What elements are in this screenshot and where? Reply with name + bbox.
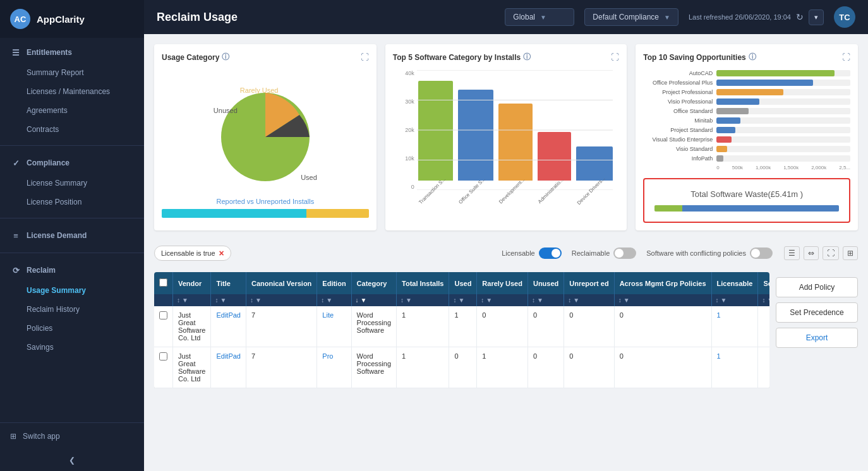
filter-category[interactable]: ↓▼ (356, 297, 392, 304)
pie-label-rarely-used: Rarely Used (240, 86, 279, 94)
sidebar-item-savings[interactable]: Savings (0, 338, 144, 357)
sidebar-category-reclaim[interactable]: ⟳ Reclaim (0, 259, 144, 281)
top5-info-icon[interactable]: ⓘ (523, 52, 531, 63)
sidebar-item-licenses[interactable]: Licenses / Maintenances (0, 82, 144, 101)
waste-bar (654, 205, 839, 212)
add-policy-button[interactable]: Add Policy (776, 277, 858, 297)
bar-chart-container: 40k 30k 20k 10k 0 (393, 68, 620, 212)
app-logo: AC (10, 9, 30, 29)
row-checkbox-cell (154, 347, 173, 388)
global-label: Global (513, 13, 535, 21)
filter-total-installs[interactable]: ↕▼ (401, 297, 445, 304)
set-precedence-button[interactable]: Set Precedence (776, 302, 858, 323)
cell-category: Word Processing Software (351, 347, 396, 388)
table-grid-button[interactable]: ⊞ (843, 246, 858, 260)
usage-category-title: Usage Category ⓘ (162, 52, 229, 63)
top10-expand-icon[interactable]: ⛶ (842, 52, 850, 62)
cell-used: 1 (449, 306, 477, 347)
sidebar-category-license-demand[interactable]: ≡ License Demand (0, 225, 144, 246)
filter-licensable[interactable]: ↕▼ (716, 297, 754, 304)
usage-category-expand-icon[interactable]: ⛶ (361, 52, 369, 62)
more-options-button[interactable]: ▾ (809, 9, 824, 25)
chip-label: Licensable is true (161, 249, 215, 257)
filter-unreported[interactable]: ↕▼ (568, 297, 610, 304)
usage-category-info-icon[interactable]: ⓘ (222, 52, 229, 63)
sidebar-item-license-position[interactable]: License Position (0, 193, 144, 212)
filter-title[interactable]: ↕▼ (215, 297, 242, 304)
user-avatar[interactable]: TC (834, 6, 855, 28)
usage-category-header: Usage Category ⓘ ⛶ (162, 52, 369, 63)
reported-section: Reported vs Unreported Installs (162, 194, 369, 222)
sidebar-item-reclaim-history[interactable]: Reclaim History (0, 300, 144, 319)
conflicting-toggle[interactable] (750, 247, 773, 259)
top5-expand-icon[interactable]: ⛶ (611, 52, 619, 62)
cell-edition[interactable]: Lite (317, 306, 351, 347)
reported-title: Reported vs Unreported Installs (162, 198, 369, 205)
top10-info-icon[interactable]: ⓘ (749, 52, 756, 63)
table-col-button[interactable]: ⇔ (804, 246, 819, 260)
sidebar-category-compliance[interactable]: ✓ Compliance (0, 152, 144, 174)
app-name: AppClarity (37, 14, 85, 25)
switch-app-button[interactable]: ⊞ Switch app (0, 423, 144, 450)
right-panel: Add Policy Set Precedence Export (769, 272, 858, 388)
filter-sw-conflicting[interactable]: ↕▼ (762, 297, 769, 304)
licensable-filter-chip[interactable]: Licensable is true × (154, 246, 231, 261)
compliance-selector[interactable]: Default Compliance ▼ (584, 8, 678, 26)
sidebar-item-agreements[interactable]: Agreements (0, 101, 144, 120)
filter-rarely-used[interactable]: ↕▼ (481, 297, 524, 304)
cell-title[interactable]: EditPad (211, 347, 246, 388)
table-list-view-button[interactable]: ☰ (784, 246, 800, 260)
switch-app-label: Switch app (23, 432, 60, 441)
reclaimable-toggle-label: Reclaimable (572, 249, 610, 257)
reclaimable-toggle[interactable] (613, 247, 636, 259)
th-title: Title (211, 272, 246, 294)
cell-licensable[interactable]: 1 (711, 347, 758, 388)
hbar-xaxis: 0 500k 1,000k 1,500k 2,000k 2,5... (643, 165, 850, 170)
filter-unused[interactable]: ↕▼ (532, 297, 560, 304)
cell-edition[interactable]: Pro (317, 347, 351, 388)
cell-title[interactable]: EditPad (211, 306, 246, 347)
th-category: Category (351, 272, 396, 294)
conflicting-toggle-label: Software with conflicting policies (646, 249, 746, 257)
collapse-sidebar-button[interactable]: ❮ (0, 450, 144, 471)
entitlements-icon: ☰ (10, 47, 21, 58)
sidebar-item-policies[interactable]: Policies (0, 319, 144, 338)
filter-across-mgmt[interactable]: ↕▼ (618, 297, 708, 304)
sidebar-category-entitlements[interactable]: ☰ Entitlements (0, 42, 144, 63)
licensable-toggle[interactable] (539, 247, 562, 259)
row-checkbox[interactable] (159, 352, 167, 361)
filter-edition[interactable]: ↕▼ (321, 297, 347, 304)
cell-unused: 0 (527, 347, 564, 388)
cell-unreported: 0 (564, 347, 614, 388)
refresh-button[interactable]: ↻ (796, 12, 804, 22)
filter-canonical[interactable]: ↕▼ (250, 297, 313, 304)
th-across-mgmt: Across Mgmt Grp Policies (614, 272, 711, 294)
th-rarely-used: Rarely Used (477, 272, 528, 294)
chip-close-button[interactable]: × (219, 249, 224, 258)
hbar-row-7: Visual Studio Enterprise (643, 136, 850, 143)
filter-used[interactable]: ↕▼ (453, 297, 473, 304)
sidebar-item-summary-report[interactable]: Summary Report (0, 63, 144, 82)
lower-section: Vendor Title Canonical Version Edition C… (154, 272, 858, 388)
th-unused: Unused (527, 272, 564, 294)
waste-bar-blue (682, 205, 839, 212)
export-button[interactable]: Export (776, 328, 858, 348)
table-scroll[interactable]: Vendor Title Canonical Version Edition C… (154, 272, 769, 388)
select-all-checkbox[interactable] (159, 278, 167, 287)
hbar-row-6: Project Standard (643, 127, 850, 133)
conflicting-toggle-knob (751, 249, 760, 258)
compliance-dropdown-arrow: ▼ (664, 14, 670, 21)
table-expand-button[interactable]: ⛶ (823, 246, 839, 260)
main-table: Vendor Title Canonical Version Edition C… (154, 272, 769, 388)
sidebar-item-contracts[interactable]: Contracts (0, 120, 144, 139)
global-selector[interactable]: Global ▼ (505, 8, 574, 26)
cell-total-installs: 1 (397, 306, 449, 347)
sidebar-item-license-summary[interactable]: License Summary (0, 174, 144, 193)
cell-licensable[interactable]: 1 (711, 306, 758, 347)
filter-vendor[interactable]: ↕▼ (177, 297, 207, 304)
top5-software-card: Top 5 Software Category by Installs ⓘ ⛶ … (385, 44, 627, 230)
hbar-row-5: Minitab (643, 117, 850, 124)
sidebar-item-usage-summary[interactable]: Usage Summary (0, 281, 144, 300)
th-used: Used (449, 272, 477, 294)
row-checkbox[interactable] (159, 311, 167, 319)
